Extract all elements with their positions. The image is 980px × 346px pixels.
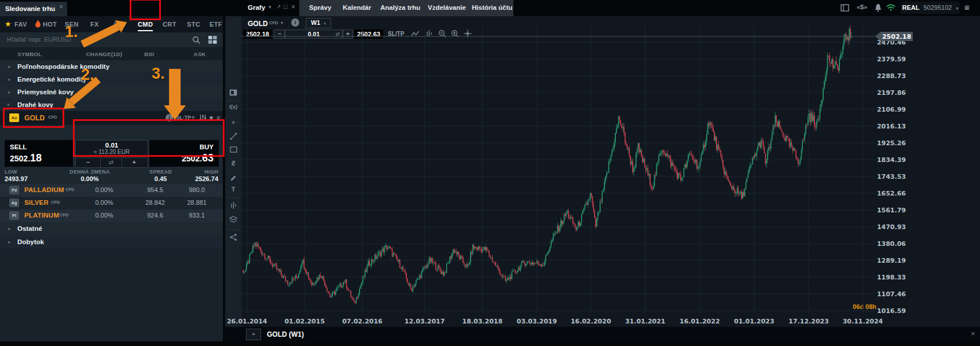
instrument-row-palladium[interactable]: Pd PALLADIUM CFD 0.00% 954.5 980.0 <box>0 184 223 197</box>
svg-text:1652.66: 1652.66 <box>877 190 906 197</box>
annotation-arrow-3 <box>164 69 186 120</box>
volume-eur-value: ≈ 113.20 EUR <box>76 149 148 155</box>
tab-fav[interactable]: FAV <box>14 21 27 28</box>
tab-cmd-active[interactable]: CMD <box>138 21 153 31</box>
cfd-label: CFD <box>60 212 68 218</box>
connection-wifi-icon <box>886 3 895 12</box>
svg-text:1107.46: 1107.46 <box>877 290 906 298</box>
favorites-star-icon: ★ <box>5 20 12 28</box>
instrument-row-gold[interactable]: Au GOLD CFD i SL·TP + ★ ≡ <box>0 111 223 125</box>
sell-label: SELL <box>10 143 27 150</box>
chart-tab-close-icon[interactable]: × <box>971 329 975 338</box>
ask-cell[interactable]: 28.881 <box>174 199 220 206</box>
popout-icon[interactable]: ↗ <box>276 3 281 10</box>
category-row-industrial[interactable]: ▸ Priemyselné kovy <box>0 86 223 98</box>
low-value: 2493.97 <box>5 175 28 182</box>
ask-cell[interactable]: 980.0 <box>174 186 220 193</box>
platinum-element-badge: Pt <box>9 211 19 220</box>
category-label: Dobytok <box>17 238 44 245</box>
col-bid[interactable]: BID <box>126 51 172 57</box>
close-icon[interactable]: × <box>59 3 63 11</box>
transfer-funds-icon[interactable]: «$» <box>857 3 867 10</box>
account-badge[interactable]: REAL 50295102 ▾ <box>901 2 960 14</box>
account-type: REAL <box>902 4 919 11</box>
search-icon[interactable] <box>192 36 200 45</box>
svg-text:17.12.2023: 17.12.2023 <box>788 318 829 325</box>
chart-tab-gold-w1[interactable]: GOLD (W1) <box>267 330 304 338</box>
menu-item-historia-uctu[interactable]: História účtu <box>472 4 512 11</box>
add-order-plus-icon[interactable]: + <box>191 113 195 122</box>
maximize-icon[interactable]: □ <box>51 3 55 10</box>
add-to-list-icon[interactable]: ≡ <box>216 114 220 121</box>
col-change[interactable]: CHANGE(1D) <box>78 51 130 57</box>
instrument-row-silver[interactable]: Ag SILVER CFD 0.00% 28.842 28.881 <box>0 197 223 209</box>
main-menu: Správy Kalendár Analýza trhu Vzdelávanie… <box>299 0 513 16</box>
category-row-agri[interactable]: ▸ Poľnohospodárske komodity <box>0 60 223 73</box>
svg-text:12.03.2017: 12.03.2017 <box>405 318 445 325</box>
buy-price-main: 2502. <box>182 154 202 163</box>
col-symbol[interactable]: SYMBOL <box>17 51 42 57</box>
charts-window-tab[interactable]: Grafy <box>248 4 265 11</box>
svg-text:1016.59: 1016.59 <box>877 307 906 315</box>
price-chart[interactable]: 2470.462379.592288.732197.862106.992016.… <box>223 16 980 327</box>
symbol-label: SILVER <box>24 199 49 206</box>
watchlist-column-headers: SYMBOL CHANGE(1D) BID ASK <box>0 48 223 60</box>
gold-cfd-label: CFD <box>48 115 57 120</box>
tab-hot[interactable]: HOT <box>43 21 57 28</box>
ask-cell[interactable]: 933.1 <box>174 212 220 219</box>
hamburger-menu-icon[interactable]: ≡ <box>964 2 970 12</box>
volume-swap-icon[interactable]: ⇄ <box>101 158 122 167</box>
svg-text:1380.06: 1380.06 <box>877 240 906 248</box>
col-ask[interactable]: ASK <box>177 51 223 57</box>
change-label: DENNÁ ZMENA <box>64 169 116 175</box>
close2-icon[interactable]: × <box>291 3 295 11</box>
tab-stc[interactable]: STC <box>187 21 200 28</box>
notifications-bell-icon[interactable] <box>874 3 882 13</box>
favorite-star-icon[interactable]: ★ <box>208 114 214 122</box>
category-label: Poľnohospodárske komodity <box>17 63 109 70</box>
menu-item-kalendar[interactable]: Kalendár <box>343 4 371 11</box>
maximize2-icon[interactable]: □ <box>284 3 288 10</box>
panel-layout-icon[interactable] <box>840 4 849 13</box>
instrument-row-platinum[interactable]: Pt PLATINUM CFD 0.00% 924.6 933.1 <box>0 209 223 222</box>
high-value: 2526.74 <box>171 175 218 182</box>
category-row-energy[interactable]: ▸ Energetické komodity <box>0 73 223 86</box>
svg-text:30.11.2024: 30.11.2024 <box>843 318 883 325</box>
bid-cell[interactable]: 954.5 <box>132 186 178 193</box>
sliders-icon[interactable] <box>199 114 207 123</box>
svg-text:01.01.2023: 01.01.2023 <box>734 318 775 325</box>
trade-panel: SELL 2502.18 0.01 ≈ 113.20 EUR − ⇄ + BUY… <box>0 125 223 168</box>
sell-price-pips: 18 <box>30 152 42 164</box>
buy-price: 2502.63 <box>182 152 214 164</box>
high-label: HIGH <box>171 169 218 175</box>
category-row-ostatne[interactable]: ▸ Ostatné <box>0 222 223 235</box>
svg-text:1198.33: 1198.33 <box>877 274 906 281</box>
volume-value[interactable]: 0.01 <box>76 142 148 149</box>
tab-etf[interactable]: ETF <box>210 21 222 28</box>
menu-item-analyza-trhu[interactable]: Analýza trhu <box>380 4 420 11</box>
bid-cell[interactable]: 28.842 <box>132 199 178 206</box>
svg-text:2502.18: 2502.18 <box>882 33 911 41</box>
svg-text:1925.26: 1925.26 <box>877 139 906 147</box>
menu-item-spravy[interactable]: Správy <box>309 4 331 11</box>
silver-element-badge: Ag <box>9 198 19 207</box>
market-watch-window-tab[interactable]: Sledovanie trhu <box>0 2 67 16</box>
chevron-right-icon: ▸ <box>8 239 11 245</box>
category-row-precious[interactable]: ▾ Drahé kovy <box>0 98 223 111</box>
bid-cell[interactable]: 924.6 <box>132 212 178 219</box>
sell-button[interactable]: SELL 2502.18 <box>5 140 73 167</box>
category-row-dobytok[interactable]: ▸ Dobytok <box>0 235 223 249</box>
annotation-step-3: 3. <box>152 65 165 83</box>
buy-button[interactable]: BUY 2502.63 <box>149 140 219 167</box>
tab-fx[interactable]: FX <box>90 21 99 28</box>
new-chart-tab-button[interactable]: + <box>246 329 261 340</box>
volume-plus-button[interactable]: + <box>122 158 146 167</box>
svg-text:1561.79: 1561.79 <box>877 207 906 214</box>
volume-minus-button[interactable]: − <box>76 158 101 167</box>
charts-tab-caret-icon[interactable]: ▾ <box>269 4 271 10</box>
tab-crt[interactable]: CRT <box>163 21 177 28</box>
menu-item-vzdelavanie[interactable]: Vzdelávanie <box>428 4 466 11</box>
low-label: LOW <box>5 169 17 175</box>
grid-view-icon[interactable] <box>208 36 217 45</box>
change-cell: 0.00% <box>78 212 130 219</box>
